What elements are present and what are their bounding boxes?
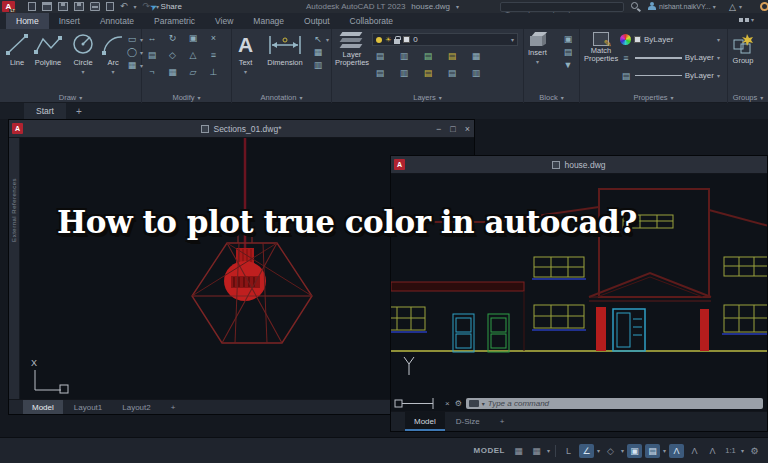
customization-gear-icon[interactable]: ⚙ bbox=[747, 444, 762, 458]
annotation-scale-value[interactable]: 1:1 bbox=[723, 444, 738, 458]
match-properties-button[interactable]: Match Properties bbox=[584, 32, 618, 63]
tab-collaborate[interactable]: Collaborate bbox=[340, 13, 403, 29]
mirror-icon[interactable]: ◇ bbox=[167, 50, 179, 67]
group-button[interactable]: Group bbox=[732, 32, 754, 65]
autodesk-app-menu[interactable]: △ ▾ bbox=[729, 0, 742, 13]
layer-state-icon[interactable]: ▥ bbox=[398, 68, 410, 85]
tab-view[interactable]: View bbox=[205, 13, 243, 29]
fillet-icon[interactable]: △ bbox=[187, 50, 199, 67]
search-icon[interactable] bbox=[631, 2, 638, 9]
annotation-visibility-icon[interactable]: Λ bbox=[669, 444, 684, 458]
rotate-icon[interactable]: ↻ bbox=[167, 33, 179, 50]
object-color-dropdown[interactable]: ByLayer ▾ bbox=[620, 33, 720, 46]
close-icon[interactable]: × bbox=[465, 124, 470, 134]
snap-caret-icon[interactable]: ▾ bbox=[547, 447, 550, 454]
save-icon[interactable] bbox=[58, 2, 68, 11]
command-input-bar[interactable]: ▾ bbox=[466, 398, 763, 409]
command-history-icon[interactable] bbox=[469, 400, 479, 407]
polar-tracking-icon[interactable]: ∠ bbox=[579, 444, 594, 458]
sections-layout2-tab[interactable]: Layout2 bbox=[113, 400, 159, 414]
sections-new-layout-button[interactable]: + bbox=[162, 400, 185, 414]
edit-block-tool[interactable]: ▤ bbox=[562, 47, 574, 57]
minimize-icon[interactable]: − bbox=[436, 124, 441, 134]
stretch-icon[interactable]: ▱ bbox=[187, 67, 199, 84]
title-bar[interactable]: ALT ↶▾ ↷▾ ➤ Share Autodesk AutoCAD LT 20… bbox=[0, 0, 768, 13]
sections-model-tab[interactable]: Model bbox=[23, 400, 63, 414]
lineweight-dropdown[interactable]: ≡ ByLayer ▾ bbox=[620, 51, 720, 64]
sections-layout1-tab[interactable]: Layout1 bbox=[65, 400, 111, 414]
arc-caret-icon[interactable]: ▾ bbox=[111, 68, 114, 75]
isodraft-icon[interactable]: ◇ bbox=[603, 444, 618, 458]
modify-panel-label[interactable]: Modify▾ bbox=[142, 93, 231, 102]
start-tab[interactable]: Start bbox=[24, 103, 66, 119]
command-caret-icon[interactable]: ▾ bbox=[482, 400, 485, 407]
doc-caret-icon[interactable]: ▾ bbox=[456, 3, 459, 10]
help-search[interactable] bbox=[500, 2, 624, 12]
open-file-icon[interactable] bbox=[42, 2, 52, 11]
plot-preview-icon[interactable] bbox=[106, 2, 114, 11]
house-dsize-tab[interactable]: D-Size bbox=[447, 412, 489, 431]
circle-caret-icon[interactable]: ▾ bbox=[81, 68, 84, 75]
polar-caret-icon[interactable]: ▾ bbox=[597, 447, 600, 454]
object-snap-tracking-icon[interactable]: ▤ bbox=[645, 444, 660, 458]
line-button[interactable]: Line bbox=[4, 32, 30, 67]
house-new-layout-button[interactable]: + bbox=[491, 412, 514, 431]
layer-walk-icon[interactable]: ▤ bbox=[422, 68, 434, 85]
command-input[interactable] bbox=[488, 399, 760, 408]
scale-icon[interactable]: ⊥ bbox=[208, 67, 220, 84]
layer-freeze-icon[interactable]: ▥ bbox=[398, 51, 410, 68]
layer-lock-icon[interactable]: ▤ bbox=[446, 51, 458, 68]
new-file-icon[interactable] bbox=[28, 2, 36, 11]
annotation-autoscale-icon[interactable]: Λ bbox=[687, 444, 702, 458]
insert-button[interactable]: Insert ▾ bbox=[528, 32, 547, 65]
undo-icon[interactable]: ↶ bbox=[120, 1, 128, 12]
rectangle-tool[interactable]: ▭▾ bbox=[126, 34, 143, 44]
text-caret-icon[interactable]: ▾ bbox=[244, 68, 247, 75]
properties-panel-label[interactable]: Properties▾ bbox=[580, 93, 727, 102]
offset-icon[interactable]: ≡ bbox=[208, 50, 220, 67]
ortho-icon[interactable]: L bbox=[561, 444, 576, 458]
sections-window-titlebar[interactable]: A Sections_01.dwg* − □ × bbox=[9, 120, 474, 138]
layer-merge-icon[interactable]: ▤ bbox=[446, 68, 458, 85]
house-window-titlebar[interactable]: A house.dwg bbox=[391, 156, 767, 174]
annotation-panel-label[interactable]: Annotation▾ bbox=[232, 93, 331, 102]
insert-caret-icon[interactable]: ▾ bbox=[536, 58, 539, 65]
move-icon[interactable]: ↔ bbox=[146, 33, 158, 50]
layer-properties-button[interactable]: Layer Properties bbox=[334, 32, 370, 67]
tab-output[interactable]: Output bbox=[294, 13, 340, 29]
scale-caret-icon[interactable]: ▾ bbox=[741, 447, 744, 454]
erase-icon[interactable]: × bbox=[208, 33, 220, 50]
external-references-palette[interactable]: External References bbox=[9, 138, 20, 400]
customize-command-icon[interactable]: ⚙ bbox=[455, 399, 462, 408]
text-button[interactable]: A Text ▾ bbox=[238, 32, 253, 75]
block-panel-label[interactable]: Block▾ bbox=[524, 93, 579, 102]
circle-button[interactable]: Circle ▾ bbox=[70, 32, 96, 75]
layer-delete-icon[interactable]: ▥ bbox=[470, 68, 482, 85]
arc-button[interactable]: Arc ▾ bbox=[101, 32, 125, 75]
user-avatar-icon[interactable] bbox=[648, 2, 656, 11]
layers-panel-label[interactable]: Layers▾ bbox=[332, 93, 523, 102]
trim-icon[interactable]: ▣ bbox=[187, 33, 199, 50]
object-snap-icon[interactable]: ▣ bbox=[627, 444, 642, 458]
layer-dropdown[interactable]: ☀ 0 ▾ bbox=[372, 33, 518, 46]
house-model-tab[interactable]: Model bbox=[405, 412, 445, 431]
share-button[interactable]: ➤ Share bbox=[150, 0, 182, 13]
ellipse-tool[interactable]: ◯▾ bbox=[126, 47, 143, 57]
layer-prev-icon[interactable]: ▤ bbox=[374, 68, 386, 85]
tab-home[interactable]: Home bbox=[6, 13, 49, 29]
model-space-label[interactable]: MODEL bbox=[474, 446, 505, 455]
close-command-icon[interactable]: × bbox=[445, 399, 450, 408]
signed-in-user[interactable]: nishant.naikVY... ▾ bbox=[659, 0, 716, 13]
polyline-button[interactable]: Polyline bbox=[33, 32, 63, 67]
tab-insert[interactable]: Insert bbox=[49, 13, 90, 29]
dimension-button[interactable]: Dimension bbox=[264, 32, 306, 67]
notification-icon[interactable] bbox=[760, 2, 768, 11]
markup-tool[interactable]: ▥ bbox=[312, 60, 329, 70]
draw-panel-label[interactable]: Draw▾ bbox=[0, 93, 141, 102]
new-drawing-tab-button[interactable]: + bbox=[76, 103, 82, 119]
tab-manage[interactable]: Manage bbox=[243, 13, 294, 29]
layer-match-icon[interactable]: ▦ bbox=[470, 51, 482, 68]
explode-icon[interactable]: ¬ bbox=[146, 67, 158, 84]
layer-isolate-icon[interactable]: ▤ bbox=[374, 51, 386, 68]
save-as-icon[interactable] bbox=[74, 2, 84, 11]
